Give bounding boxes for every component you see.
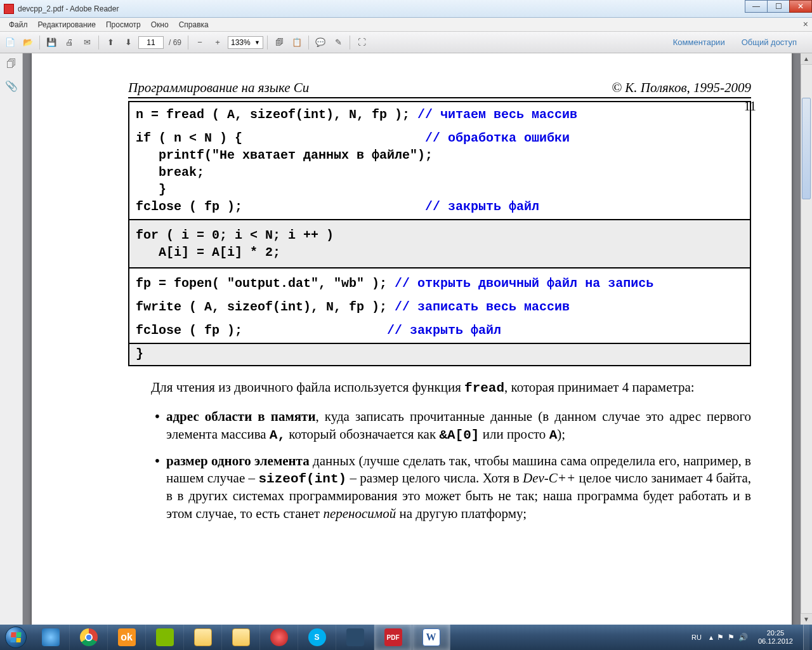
print-icon[interactable]: 🖨: [62, 35, 77, 50]
bullet-list: адрес области в памяти, куда записать пр…: [128, 408, 751, 522]
read-mode-icon[interactable]: ⛶: [354, 35, 369, 50]
list-item: адрес области в памяти, куда записать пр…: [166, 408, 751, 444]
tool-save-icon[interactable]: 🗐: [272, 35, 287, 50]
language-indicator[interactable]: RU: [689, 632, 704, 642]
header-right: © К. Поляков, 1995-2009: [612, 80, 751, 96]
list-item: размер одного элемента данных (лучше сде…: [166, 453, 751, 522]
page-down-icon[interactable]: ⬇: [121, 35, 136, 50]
taskbar-ie[interactable]: [32, 625, 70, 650]
menu-bar: Файл Редактирование Просмотр Окно Справк…: [0, 18, 812, 32]
clock[interactable]: 20:25 06.12.2012: [753, 629, 798, 646]
show-desktop-button[interactable]: [803, 625, 809, 650]
system-tray: RU ▴ ⚑ ⚑ 🔊 20:25 06.12.2012: [689, 625, 812, 650]
body-paragraph: Для чтения из двоичного файла использует…: [128, 379, 751, 397]
taskbar-adobe-reader[interactable]: PDF: [374, 625, 412, 650]
pdf-page: 11 Программирование на языке Си © К. Пол…: [32, 53, 792, 625]
scroll-up-icon[interactable]: ▲: [801, 53, 812, 65]
windows-taskbar: ok S PDF W RU ▴ ⚑ ⚑ 🔊 20:25 06.12.2012: [0, 625, 812, 650]
start-button[interactable]: [0, 625, 32, 650]
tray-flag-icon[interactable]: ⚑: [717, 633, 724, 642]
highlight-icon[interactable]: ✎: [331, 35, 346, 50]
toolbar: 📄 📂 💾 🖨 ✉ ⬆ ⬇ / 69 − + 133%▼ 🗐 📋 💬 ✎ ⛶ К…: [0, 32, 812, 53]
page-total-label: / 69: [166, 38, 184, 47]
vertical-scrollbar[interactable]: ▲ ▼: [801, 53, 812, 625]
comment-bubble-icon[interactable]: 💬: [313, 35, 328, 50]
taskbar-chrome[interactable]: [70, 625, 108, 650]
menu-window[interactable]: Окно: [146, 19, 174, 30]
scroll-down-icon[interactable]: ▼: [801, 613, 812, 625]
window-title: devcpp_2.pdf - Adobe Reader: [18, 4, 119, 13]
code-listing: n = fread ( A, sizeof(int), N, fp ); // …: [128, 101, 751, 366]
email-icon[interactable]: ✉: [79, 35, 95, 50]
header-left: Программирование на языке Си: [128, 80, 309, 96]
comments-panel-link[interactable]: Комментарии: [669, 35, 729, 50]
minimize-button[interactable]: —: [745, 0, 768, 13]
zoom-select[interactable]: 133%▼: [228, 36, 263, 49]
maximize-button[interactable]: ☐: [767, 0, 790, 13]
tray-network-icon[interactable]: ⚑: [728, 633, 735, 642]
side-panel: 🗍 📎: [0, 53, 23, 625]
taskbar-skype[interactable]: S: [298, 625, 336, 650]
taskbar-ok[interactable]: ok: [108, 625, 146, 650]
tray-volume-icon[interactable]: 🔊: [738, 633, 748, 642]
chevron-down-icon: ▼: [254, 39, 260, 46]
document-viewport[interactable]: 11 Программирование на языке Си © К. Пол…: [23, 53, 812, 625]
document-running-header: Программирование на языке Си © К. Поляко…: [128, 80, 751, 98]
scroll-thumb[interactable]: [802, 98, 811, 199]
menu-view[interactable]: Просмотр: [101, 19, 146, 30]
window-titlebar: devcpp_2.pdf - Adobe Reader — ☐ ✕: [0, 0, 812, 18]
page-up-icon[interactable]: ⬆: [103, 35, 118, 50]
tray-show-hidden-icon[interactable]: ▴: [709, 633, 713, 642]
menu-file[interactable]: Файл: [4, 19, 33, 30]
taskbar-explorer-2[interactable]: [222, 625, 260, 650]
document-close-button[interactable]: ×: [803, 19, 808, 29]
save-icon[interactable]: 💾: [44, 35, 59, 50]
taskbar-opera[interactable]: [260, 625, 298, 650]
tool-snapshot-icon[interactable]: 📋: [289, 35, 304, 50]
thumbnails-icon[interactable]: 🗍: [4, 57, 18, 71]
window-close-button[interactable]: ✕: [789, 0, 812, 13]
attachments-icon[interactable]: 📎: [4, 79, 18, 93]
page-number-input[interactable]: [138, 36, 164, 49]
menu-help[interactable]: Справка: [174, 19, 214, 30]
page-number-label: 11: [744, 99, 756, 114]
taskbar-explorer[interactable]: [184, 625, 222, 650]
export-pdf-icon[interactable]: 📄: [3, 35, 18, 50]
taskbar-utorrent[interactable]: [146, 625, 184, 650]
menu-edit[interactable]: Редактирование: [33, 19, 101, 30]
taskbar-downloads[interactable]: [336, 625, 374, 650]
zoom-in-icon[interactable]: +: [210, 35, 225, 50]
app-icon: [4, 4, 14, 14]
open-icon[interactable]: 📂: [20, 35, 36, 50]
taskbar-word[interactable]: W: [412, 625, 450, 650]
share-panel-link[interactable]: Общий доступ: [738, 35, 801, 50]
zoom-out-icon[interactable]: −: [192, 35, 207, 50]
